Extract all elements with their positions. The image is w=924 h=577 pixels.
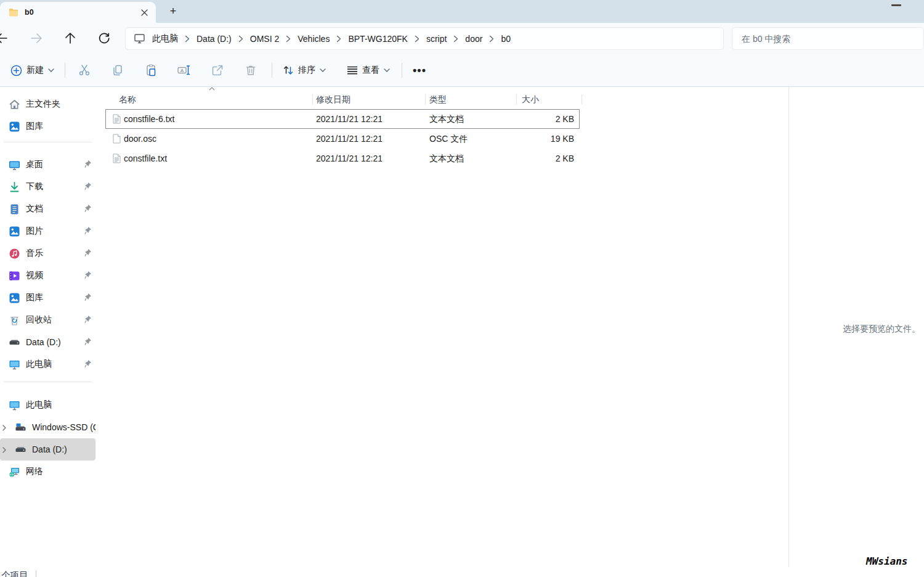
breadcrumb-item[interactable]: Data (D:) — [190, 34, 238, 44]
column-separator[interactable] — [516, 94, 517, 105]
paste-button[interactable] — [139, 59, 163, 81]
delete-button[interactable] — [238, 59, 263, 81]
refresh-button[interactable] — [97, 31, 111, 46]
tab-title: b0 — [25, 8, 137, 17]
breadcrumb-item[interactable]: 此电脑 — [145, 33, 185, 44]
column-separator[interactable] — [312, 94, 313, 105]
breadcrumb-item[interactable]: Vehicles — [291, 34, 336, 44]
sidebar-item[interactable]: 主文件夹 — [0, 93, 95, 115]
sidebar-item[interactable]: 图库 — [0, 115, 95, 137]
minimize-icon[interactable] — [891, 4, 901, 6]
search-input[interactable] — [732, 27, 924, 50]
pin-icon — [83, 248, 92, 257]
cut-button[interactable] — [72, 59, 97, 81]
toolbar-separator — [65, 63, 65, 78]
sidebar-item[interactable]: 文档 — [0, 198, 95, 220]
back-button[interactable] — [0, 31, 9, 46]
copy-button[interactable] — [105, 59, 130, 81]
sidebar-item-label: 音乐 — [26, 248, 43, 259]
column-header[interactable]: 类型 — [429, 90, 447, 108]
pin-icon — [83, 160, 92, 168]
sidebar-item[interactable]: 桌面 — [0, 153, 95, 176]
rename-button[interactable]: A — [172, 59, 197, 81]
new-button-label: 新建 — [26, 65, 44, 76]
file-date-modified: 2021/11/21 12:21 — [316, 109, 383, 129]
pin-icon — [83, 226, 92, 235]
pin-icon — [83, 204, 92, 213]
osc-file-icon — [111, 134, 121, 144]
sidebar-item[interactable]: Windows-SSD (C: — [0, 416, 95, 438]
txt-file-icon — [111, 114, 121, 124]
explorer-tab[interactable]: b0 — [0, 2, 156, 23]
sidebar-item[interactable]: 下载 — [0, 176, 95, 198]
sidebar-item-label: 主文件夹 — [26, 99, 60, 110]
file-type: 文本文档 — [429, 149, 464, 168]
breadcrumb-item[interactable]: script — [419, 34, 453, 44]
column-separator[interactable] — [425, 94, 426, 105]
file-name: door.osc — [124, 129, 156, 149]
sort-button-label: 排序 — [298, 65, 315, 76]
sidebar-item[interactable]: 视频 — [0, 264, 95, 287]
share-button[interactable] — [205, 59, 230, 81]
chevron-right-icon[interactable] — [1, 446, 7, 454]
sidebar-item[interactable]: 图片 — [0, 220, 95, 242]
column-header[interactable]: 大小 — [522, 90, 539, 108]
breadcrumb-item[interactable]: door — [458, 34, 489, 44]
music-icon — [9, 248, 20, 260]
sidebar-item-label: 文档 — [26, 203, 43, 215]
tab-close-icon[interactable] — [137, 6, 151, 19]
sidebar-item[interactable]: 音乐 — [0, 242, 95, 264]
more-options-button[interactable]: ••• — [407, 59, 432, 81]
file-row[interactable]: constfile-6.txt2021/11/21 12:21文本文档2 KB — [105, 109, 580, 129]
drive-icon — [9, 337, 20, 348]
breadcrumb: 此电脑Data (D:)OMSI 2VehiclesBPT-WG120FKscr… — [125, 27, 724, 50]
up-button[interactable] — [63, 31, 78, 46]
sidebar-item[interactable]: 网络 — [0, 460, 95, 483]
breadcrumb-chevron-icon — [489, 35, 494, 43]
chevron-right-icon[interactable] — [1, 424, 7, 432]
file-row[interactable]: door.osc2021/11/21 12:21OSC 文件19 KB — [105, 129, 580, 149]
desktop-icon — [9, 159, 20, 171]
column-header[interactable]: 修改日期 — [316, 90, 351, 108]
file-row[interactable]: constfile.txt2021/11/21 12:21文本文档2 KB — [105, 149, 580, 168]
column-header[interactable]: 名称 — [119, 90, 136, 108]
view-button[interactable]: 查看 — [341, 59, 395, 81]
sidebar-item-label: 桌面 — [26, 159, 43, 170]
sidebar-item[interactable]: 此电脑 — [0, 394, 95, 416]
plus-circle-icon — [10, 65, 22, 76]
breadcrumb-item[interactable]: OMSI 2 — [243, 34, 286, 44]
pin-icon — [83, 359, 92, 368]
this-pc-icon — [9, 359, 20, 370]
chevron-down-icon — [384, 68, 390, 73]
forward-button[interactable] — [29, 31, 44, 46]
breadcrumb-chevron-icon — [415, 35, 419, 43]
drive-icon — [15, 444, 26, 456]
pin-icon — [83, 315, 92, 324]
status-separator — [36, 571, 36, 577]
view-button-label: 查看 — [362, 65, 379, 76]
rename-icon: A — [177, 64, 191, 76]
new-tab-button[interactable]: + — [166, 4, 180, 19]
sidebar-item[interactable]: Data (D:) — [0, 438, 95, 460]
sidebar-item[interactable]: 图库 — [0, 287, 95, 309]
pin-icon — [83, 271, 92, 279]
toolbar-separator — [272, 63, 272, 78]
new-button[interactable]: 新建 — [5, 59, 60, 81]
sidebar-item[interactable]: 此电脑 — [0, 353, 95, 375]
breadcrumb-item[interactable]: b0 — [494, 34, 517, 44]
chevron-down-icon — [48, 68, 54, 73]
sidebar-item-label: 此电脑 — [26, 399, 52, 411]
trash-icon — [245, 64, 257, 76]
sidebar-item-label: 图库 — [26, 292, 43, 303]
recycle-bin-icon — [9, 314, 20, 326]
gallery-icon — [9, 292, 20, 304]
file-type: 文本文档 — [429, 109, 464, 129]
sidebar-item[interactable]: Data (D:) — [0, 331, 95, 353]
sort-button[interactable]: 排序 — [277, 59, 331, 81]
search-box — [732, 27, 924, 50]
navigation-pane: 主文件夹图库 桌面下载文档图片音乐视频图库回收站Data (D:)此电脑 此电脑… — [0, 87, 95, 567]
sidebar-item[interactable]: 回收站 — [0, 309, 95, 331]
breadcrumb-item[interactable]: BPT-WG120FK — [341, 34, 414, 44]
column-separator[interactable] — [582, 94, 582, 105]
breadcrumb-chevron-icon — [238, 35, 243, 43]
